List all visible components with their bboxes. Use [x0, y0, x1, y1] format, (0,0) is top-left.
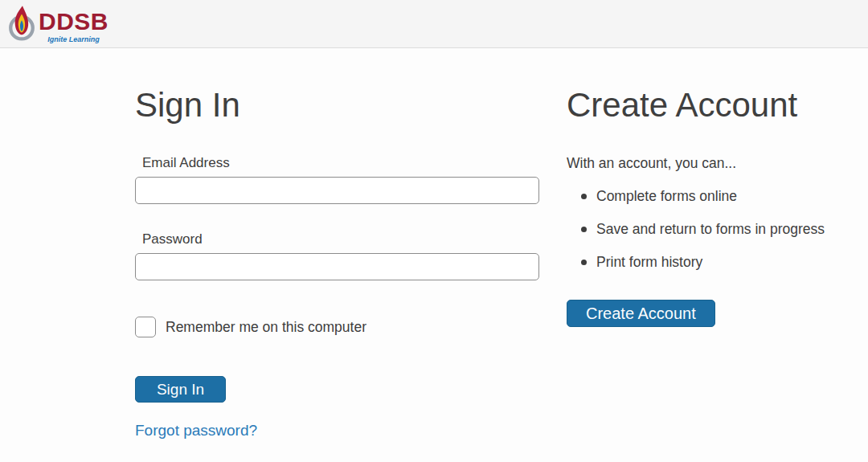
logo-brand-text: DDSB: [39, 8, 108, 35]
password-input[interactable]: [135, 253, 539, 280]
sign-in-title: Sign In: [135, 85, 539, 125]
benefits-list: Complete forms online Save and return to…: [567, 188, 856, 271]
remember-me-row: Remember me on this computer: [135, 317, 539, 337]
benefit-item: Complete forms online: [567, 188, 856, 205]
email-input[interactable]: [135, 177, 539, 204]
password-label: Password: [135, 231, 539, 247]
logo-tagline-text: Ignite Learning: [47, 35, 100, 43]
logo-text: DDSB Ignite Learning: [39, 3, 108, 43]
create-account-title: Create Account: [567, 85, 856, 125]
ddsb-logo-link[interactable]: DDSB Ignite Learning: [6, 3, 108, 45]
create-account-intro: With an account, you can...: [567, 155, 856, 172]
remember-me-label[interactable]: Remember me on this computer: [166, 319, 366, 336]
remember-me-checkbox[interactable]: [135, 317, 156, 337]
benefit-item: Print form history: [567, 254, 856, 271]
sign-in-section: Sign In Email Address Password Remember …: [135, 48, 539, 440]
main-content: Sign In Email Address Password Remember …: [0, 48, 868, 461]
page-header: DDSB Ignite Learning: [0, 0, 868, 48]
create-account-button[interactable]: Create Account: [567, 300, 715, 327]
benefit-item: Save and return to forms in progress: [567, 221, 856, 238]
ddsb-flame-icon: [6, 3, 37, 45]
email-label: Email Address: [135, 155, 539, 171]
forgot-password-link[interactable]: Forgot password?: [135, 422, 257, 440]
create-account-section: Create Account With an account, you can.…: [567, 48, 856, 327]
sign-in-button[interactable]: Sign In: [135, 376, 226, 403]
